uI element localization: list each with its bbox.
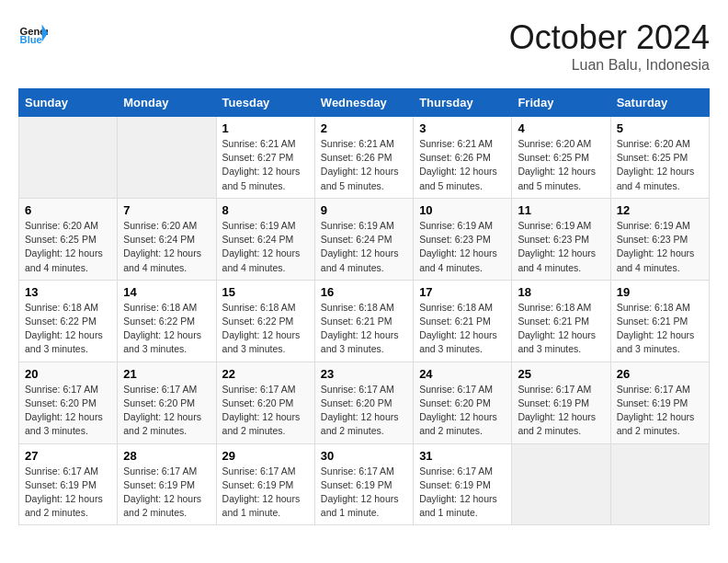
day-number: 29 bbox=[222, 449, 309, 463]
calendar-cell bbox=[610, 443, 709, 525]
cell-info: Sunrise: 6:20 AMSunset: 6:24 PMDaylight:… bbox=[123, 219, 210, 275]
cell-info: Sunrise: 6:17 AMSunset: 6:19 PMDaylight:… bbox=[123, 465, 210, 521]
calendar-table: SundayMondayTuesdayWednesdayThursdayFrid… bbox=[18, 88, 710, 525]
calendar-week-row: 1Sunrise: 6:21 AMSunset: 6:27 PMDaylight… bbox=[19, 117, 710, 199]
cell-info: Sunrise: 6:21 AMSunset: 6:26 PMDaylight:… bbox=[419, 137, 506, 193]
cell-info: Sunrise: 6:17 AMSunset: 6:20 PMDaylight:… bbox=[25, 383, 111, 439]
cell-info: Sunrise: 6:17 AMSunset: 6:20 PMDaylight:… bbox=[222, 383, 309, 439]
day-number: 28 bbox=[123, 449, 210, 463]
cell-info: Sunrise: 6:21 AMSunset: 6:27 PMDaylight:… bbox=[222, 137, 309, 193]
calendar-cell bbox=[19, 117, 118, 199]
weekday-header: Wednesday bbox=[314, 89, 413, 117]
day-number: 16 bbox=[321, 285, 407, 299]
logo-icon: General Blue bbox=[18, 18, 48, 48]
day-number: 31 bbox=[419, 449, 506, 463]
calendar-cell: 12Sunrise: 6:19 AMSunset: 6:23 PMDayligh… bbox=[610, 198, 709, 280]
cell-info: Sunrise: 6:19 AMSunset: 6:23 PMDaylight:… bbox=[419, 219, 506, 275]
calendar-week-row: 20Sunrise: 6:17 AMSunset: 6:20 PMDayligh… bbox=[19, 362, 710, 443]
calendar-week-row: 6Sunrise: 6:20 AMSunset: 6:25 PMDaylight… bbox=[19, 198, 710, 280]
cell-info: Sunrise: 6:20 AMSunset: 6:25 PMDaylight:… bbox=[25, 219, 111, 275]
day-number: 18 bbox=[518, 285, 604, 299]
calendar-cell: 23Sunrise: 6:17 AMSunset: 6:20 PMDayligh… bbox=[314, 362, 413, 443]
calendar-cell: 3Sunrise: 6:21 AMSunset: 6:26 PMDaylight… bbox=[414, 117, 512, 199]
cell-info: Sunrise: 6:21 AMSunset: 6:26 PMDaylight:… bbox=[321, 137, 407, 193]
cell-info: Sunrise: 6:18 AMSunset: 6:21 PMDaylight:… bbox=[617, 301, 703, 357]
calendar-cell: 14Sunrise: 6:18 AMSunset: 6:22 PMDayligh… bbox=[118, 280, 216, 362]
calendar-cell: 8Sunrise: 6:19 AMSunset: 6:24 PMDaylight… bbox=[216, 198, 314, 280]
calendar-cell: 16Sunrise: 6:18 AMSunset: 6:21 PMDayligh… bbox=[314, 280, 413, 362]
cell-info: Sunrise: 6:17 AMSunset: 6:19 PMDaylight:… bbox=[518, 383, 604, 439]
cell-info: Sunrise: 6:17 AMSunset: 6:19 PMDaylight:… bbox=[321, 465, 407, 521]
day-number: 22 bbox=[222, 367, 309, 381]
cell-info: Sunrise: 6:18 AMSunset: 6:22 PMDaylight:… bbox=[222, 301, 309, 357]
day-number: 26 bbox=[617, 367, 703, 381]
day-number: 10 bbox=[419, 203, 506, 217]
cell-info: Sunrise: 6:19 AMSunset: 6:23 PMDaylight:… bbox=[518, 219, 604, 275]
calendar-cell: 31Sunrise: 6:17 AMSunset: 6:19 PMDayligh… bbox=[414, 443, 512, 525]
page-header: General Blue October 2024 Luan Balu, Ind… bbox=[18, 18, 710, 74]
calendar-cell: 1Sunrise: 6:21 AMSunset: 6:27 PMDaylight… bbox=[216, 117, 314, 199]
day-number: 19 bbox=[617, 285, 703, 299]
calendar-cell: 10Sunrise: 6:19 AMSunset: 6:23 PMDayligh… bbox=[414, 198, 512, 280]
weekday-header: Monday bbox=[118, 89, 216, 117]
cell-info: Sunrise: 6:17 AMSunset: 6:20 PMDaylight:… bbox=[419, 383, 506, 439]
location-subtitle: Luan Balu, Indonesia bbox=[509, 57, 710, 74]
weekday-header: Thursday bbox=[414, 89, 512, 117]
cell-info: Sunrise: 6:19 AMSunset: 6:24 PMDaylight:… bbox=[222, 219, 309, 275]
calendar-cell: 21Sunrise: 6:17 AMSunset: 6:20 PMDayligh… bbox=[118, 362, 216, 443]
day-number: 5 bbox=[617, 121, 703, 135]
calendar-cell: 18Sunrise: 6:18 AMSunset: 6:21 PMDayligh… bbox=[512, 280, 610, 362]
day-number: 13 bbox=[25, 285, 111, 299]
day-number: 3 bbox=[419, 121, 506, 135]
day-number: 15 bbox=[222, 285, 309, 299]
day-number: 17 bbox=[419, 285, 506, 299]
calendar-cell: 4Sunrise: 6:20 AMSunset: 6:25 PMDaylight… bbox=[512, 117, 610, 199]
day-number: 7 bbox=[123, 203, 210, 217]
calendar-cell: 29Sunrise: 6:17 AMSunset: 6:19 PMDayligh… bbox=[216, 443, 314, 525]
calendar-cell: 9Sunrise: 6:19 AMSunset: 6:24 PMDaylight… bbox=[314, 198, 413, 280]
day-number: 27 bbox=[25, 449, 111, 463]
cell-info: Sunrise: 6:18 AMSunset: 6:22 PMDaylight:… bbox=[123, 301, 210, 357]
calendar-cell: 22Sunrise: 6:17 AMSunset: 6:20 PMDayligh… bbox=[216, 362, 314, 443]
day-number: 24 bbox=[419, 367, 506, 381]
cell-info: Sunrise: 6:18 AMSunset: 6:21 PMDaylight:… bbox=[419, 301, 506, 357]
cell-info: Sunrise: 6:19 AMSunset: 6:23 PMDaylight:… bbox=[617, 219, 703, 275]
day-number: 30 bbox=[321, 449, 407, 463]
calendar-cell: 2Sunrise: 6:21 AMSunset: 6:26 PMDaylight… bbox=[314, 117, 413, 199]
cell-info: Sunrise: 6:17 AMSunset: 6:19 PMDaylight:… bbox=[222, 465, 309, 521]
calendar-cell: 20Sunrise: 6:17 AMSunset: 6:20 PMDayligh… bbox=[19, 362, 118, 443]
calendar-cell: 15Sunrise: 6:18 AMSunset: 6:22 PMDayligh… bbox=[216, 280, 314, 362]
calendar-cell: 11Sunrise: 6:19 AMSunset: 6:23 PMDayligh… bbox=[512, 198, 610, 280]
logo: General Blue bbox=[18, 18, 48, 48]
calendar-week-row: 13Sunrise: 6:18 AMSunset: 6:22 PMDayligh… bbox=[19, 280, 710, 362]
calendar-cell: 26Sunrise: 6:17 AMSunset: 6:19 PMDayligh… bbox=[610, 362, 709, 443]
calendar-cell: 6Sunrise: 6:20 AMSunset: 6:25 PMDaylight… bbox=[19, 198, 118, 280]
cell-info: Sunrise: 6:20 AMSunset: 6:25 PMDaylight:… bbox=[518, 137, 604, 193]
calendar-cell: 13Sunrise: 6:18 AMSunset: 6:22 PMDayligh… bbox=[19, 280, 118, 362]
weekday-header: Tuesday bbox=[216, 89, 314, 117]
cell-info: Sunrise: 6:17 AMSunset: 6:19 PMDaylight:… bbox=[25, 465, 111, 521]
calendar-cell: 19Sunrise: 6:18 AMSunset: 6:21 PMDayligh… bbox=[610, 280, 709, 362]
day-number: 20 bbox=[25, 367, 111, 381]
calendar-cell: 27Sunrise: 6:17 AMSunset: 6:19 PMDayligh… bbox=[19, 443, 118, 525]
month-title: October 2024 bbox=[509, 18, 710, 57]
calendar-cell: 7Sunrise: 6:20 AMSunset: 6:24 PMDaylight… bbox=[118, 198, 216, 280]
cell-info: Sunrise: 6:18 AMSunset: 6:21 PMDaylight:… bbox=[321, 301, 407, 357]
calendar-cell: 24Sunrise: 6:17 AMSunset: 6:20 PMDayligh… bbox=[414, 362, 512, 443]
weekday-header: Sunday bbox=[19, 89, 118, 117]
calendar-cell bbox=[512, 443, 610, 525]
day-number: 6 bbox=[25, 203, 111, 217]
day-number: 4 bbox=[518, 121, 604, 135]
calendar-cell: 28Sunrise: 6:17 AMSunset: 6:19 PMDayligh… bbox=[118, 443, 216, 525]
day-number: 11 bbox=[518, 203, 604, 217]
cell-info: Sunrise: 6:17 AMSunset: 6:20 PMDaylight:… bbox=[321, 383, 407, 439]
calendar-cell bbox=[118, 117, 216, 199]
cell-info: Sunrise: 6:18 AMSunset: 6:22 PMDaylight:… bbox=[25, 301, 111, 357]
weekday-header-row: SundayMondayTuesdayWednesdayThursdayFrid… bbox=[19, 89, 710, 117]
cell-info: Sunrise: 6:17 AMSunset: 6:20 PMDaylight:… bbox=[123, 383, 210, 439]
title-block: October 2024 Luan Balu, Indonesia bbox=[509, 18, 710, 74]
calendar-cell: 25Sunrise: 6:17 AMSunset: 6:19 PMDayligh… bbox=[512, 362, 610, 443]
cell-info: Sunrise: 6:18 AMSunset: 6:21 PMDaylight:… bbox=[518, 301, 604, 357]
day-number: 25 bbox=[518, 367, 604, 381]
day-number: 12 bbox=[617, 203, 703, 217]
